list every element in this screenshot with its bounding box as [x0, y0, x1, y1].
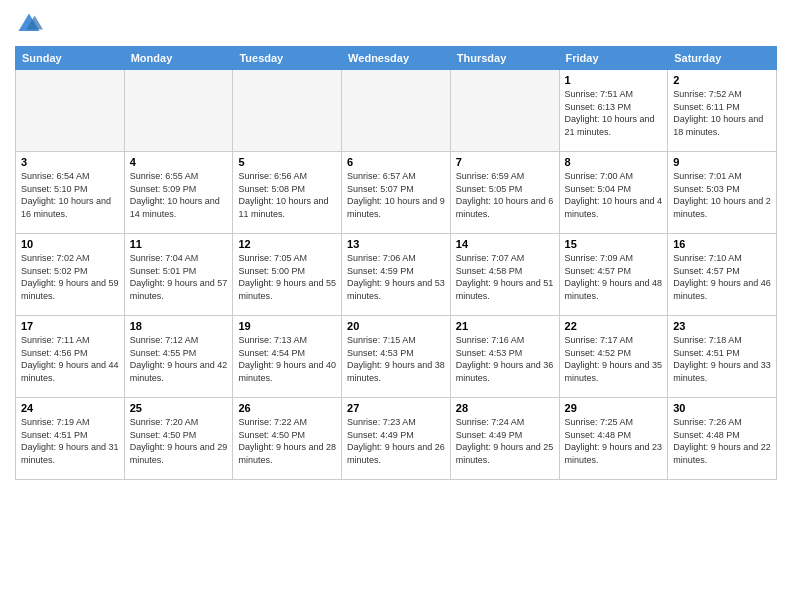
week-row-5: 24Sunrise: 7:19 AMSunset: 4:51 PMDayligh… [16, 398, 777, 480]
day-number: 18 [130, 320, 228, 332]
calendar-cell: 3Sunrise: 6:54 AMSunset: 5:10 PMDaylight… [16, 152, 125, 234]
calendar-cell: 4Sunrise: 6:55 AMSunset: 5:09 PMDaylight… [124, 152, 233, 234]
calendar-cell: 20Sunrise: 7:15 AMSunset: 4:53 PMDayligh… [342, 316, 451, 398]
day-number: 8 [565, 156, 663, 168]
week-row-1: 1Sunrise: 7:51 AMSunset: 6:13 PMDaylight… [16, 70, 777, 152]
day-info: Sunrise: 7:12 AMSunset: 4:55 PMDaylight:… [130, 334, 228, 384]
calendar-cell: 15Sunrise: 7:09 AMSunset: 4:57 PMDayligh… [559, 234, 668, 316]
day-info: Sunrise: 6:55 AMSunset: 5:09 PMDaylight:… [130, 170, 228, 220]
page-container: SundayMondayTuesdayWednesdayThursdayFrid… [0, 0, 792, 490]
day-info: Sunrise: 6:59 AMSunset: 5:05 PMDaylight:… [456, 170, 554, 220]
day-number: 17 [21, 320, 119, 332]
logo-icon [15, 10, 43, 38]
calendar-cell: 6Sunrise: 6:57 AMSunset: 5:07 PMDaylight… [342, 152, 451, 234]
calendar-cell: 28Sunrise: 7:24 AMSunset: 4:49 PMDayligh… [450, 398, 559, 480]
calendar-cell: 25Sunrise: 7:20 AMSunset: 4:50 PMDayligh… [124, 398, 233, 480]
calendar-cell: 18Sunrise: 7:12 AMSunset: 4:55 PMDayligh… [124, 316, 233, 398]
day-info: Sunrise: 7:00 AMSunset: 5:04 PMDaylight:… [565, 170, 663, 220]
day-number: 28 [456, 402, 554, 414]
calendar-table: SundayMondayTuesdayWednesdayThursdayFrid… [15, 46, 777, 480]
calendar-cell: 5Sunrise: 6:56 AMSunset: 5:08 PMDaylight… [233, 152, 342, 234]
day-number: 3 [21, 156, 119, 168]
day-number: 24 [21, 402, 119, 414]
day-number: 27 [347, 402, 445, 414]
calendar-cell: 30Sunrise: 7:26 AMSunset: 4:48 PMDayligh… [668, 398, 777, 480]
calendar-cell [16, 70, 125, 152]
calendar-cell [124, 70, 233, 152]
day-number: 16 [673, 238, 771, 250]
day-number: 23 [673, 320, 771, 332]
calendar-cell: 9Sunrise: 7:01 AMSunset: 5:03 PMDaylight… [668, 152, 777, 234]
week-row-3: 10Sunrise: 7:02 AMSunset: 5:02 PMDayligh… [16, 234, 777, 316]
column-header-friday: Friday [559, 47, 668, 70]
day-info: Sunrise: 7:09 AMSunset: 4:57 PMDaylight:… [565, 252, 663, 302]
calendar-cell: 26Sunrise: 7:22 AMSunset: 4:50 PMDayligh… [233, 398, 342, 480]
day-number: 6 [347, 156, 445, 168]
day-info: Sunrise: 7:24 AMSunset: 4:49 PMDaylight:… [456, 416, 554, 466]
calendar-cell: 16Sunrise: 7:10 AMSunset: 4:57 PMDayligh… [668, 234, 777, 316]
calendar-cell: 13Sunrise: 7:06 AMSunset: 4:59 PMDayligh… [342, 234, 451, 316]
calendar-cell: 24Sunrise: 7:19 AMSunset: 4:51 PMDayligh… [16, 398, 125, 480]
day-number: 22 [565, 320, 663, 332]
day-info: Sunrise: 7:17 AMSunset: 4:52 PMDaylight:… [565, 334, 663, 384]
day-info: Sunrise: 7:20 AMSunset: 4:50 PMDaylight:… [130, 416, 228, 466]
logo [15, 10, 47, 38]
column-header-sunday: Sunday [16, 47, 125, 70]
day-info: Sunrise: 7:04 AMSunset: 5:01 PMDaylight:… [130, 252, 228, 302]
day-info: Sunrise: 7:51 AMSunset: 6:13 PMDaylight:… [565, 88, 663, 138]
day-number: 30 [673, 402, 771, 414]
day-info: Sunrise: 7:07 AMSunset: 4:58 PMDaylight:… [456, 252, 554, 302]
calendar-cell: 2Sunrise: 7:52 AMSunset: 6:11 PMDaylight… [668, 70, 777, 152]
day-info: Sunrise: 6:56 AMSunset: 5:08 PMDaylight:… [238, 170, 336, 220]
day-number: 4 [130, 156, 228, 168]
day-number: 7 [456, 156, 554, 168]
calendar-cell: 11Sunrise: 7:04 AMSunset: 5:01 PMDayligh… [124, 234, 233, 316]
day-number: 14 [456, 238, 554, 250]
day-info: Sunrise: 7:25 AMSunset: 4:48 PMDaylight:… [565, 416, 663, 466]
day-info: Sunrise: 7:18 AMSunset: 4:51 PMDaylight:… [673, 334, 771, 384]
calendar-cell: 17Sunrise: 7:11 AMSunset: 4:56 PMDayligh… [16, 316, 125, 398]
calendar-cell: 8Sunrise: 7:00 AMSunset: 5:04 PMDaylight… [559, 152, 668, 234]
day-info: Sunrise: 7:06 AMSunset: 4:59 PMDaylight:… [347, 252, 445, 302]
day-info: Sunrise: 7:10 AMSunset: 4:57 PMDaylight:… [673, 252, 771, 302]
day-number: 13 [347, 238, 445, 250]
column-header-thursday: Thursday [450, 47, 559, 70]
day-info: Sunrise: 7:26 AMSunset: 4:48 PMDaylight:… [673, 416, 771, 466]
day-info: Sunrise: 7:05 AMSunset: 5:00 PMDaylight:… [238, 252, 336, 302]
day-info: Sunrise: 7:22 AMSunset: 4:50 PMDaylight:… [238, 416, 336, 466]
day-info: Sunrise: 7:01 AMSunset: 5:03 PMDaylight:… [673, 170, 771, 220]
column-header-wednesday: Wednesday [342, 47, 451, 70]
day-number: 29 [565, 402, 663, 414]
calendar-cell: 27Sunrise: 7:23 AMSunset: 4:49 PMDayligh… [342, 398, 451, 480]
week-row-2: 3Sunrise: 6:54 AMSunset: 5:10 PMDaylight… [16, 152, 777, 234]
day-info: Sunrise: 6:57 AMSunset: 5:07 PMDaylight:… [347, 170, 445, 220]
column-header-saturday: Saturday [668, 47, 777, 70]
calendar-cell: 19Sunrise: 7:13 AMSunset: 4:54 PMDayligh… [233, 316, 342, 398]
day-info: Sunrise: 7:02 AMSunset: 5:02 PMDaylight:… [21, 252, 119, 302]
calendar-cell: 21Sunrise: 7:16 AMSunset: 4:53 PMDayligh… [450, 316, 559, 398]
day-info: Sunrise: 7:13 AMSunset: 4:54 PMDaylight:… [238, 334, 336, 384]
day-number: 1 [565, 74, 663, 86]
calendar-cell: 29Sunrise: 7:25 AMSunset: 4:48 PMDayligh… [559, 398, 668, 480]
day-info: Sunrise: 7:16 AMSunset: 4:53 PMDaylight:… [456, 334, 554, 384]
day-number: 15 [565, 238, 663, 250]
calendar-cell: 14Sunrise: 7:07 AMSunset: 4:58 PMDayligh… [450, 234, 559, 316]
day-number: 5 [238, 156, 336, 168]
day-number: 10 [21, 238, 119, 250]
day-info: Sunrise: 7:52 AMSunset: 6:11 PMDaylight:… [673, 88, 771, 138]
day-number: 26 [238, 402, 336, 414]
day-number: 20 [347, 320, 445, 332]
week-row-4: 17Sunrise: 7:11 AMSunset: 4:56 PMDayligh… [16, 316, 777, 398]
day-info: Sunrise: 6:54 AMSunset: 5:10 PMDaylight:… [21, 170, 119, 220]
day-number: 19 [238, 320, 336, 332]
calendar-cell [342, 70, 451, 152]
day-number: 9 [673, 156, 771, 168]
calendar-header-row: SundayMondayTuesdayWednesdayThursdayFrid… [16, 47, 777, 70]
day-info: Sunrise: 7:11 AMSunset: 4:56 PMDaylight:… [21, 334, 119, 384]
calendar-cell: 22Sunrise: 7:17 AMSunset: 4:52 PMDayligh… [559, 316, 668, 398]
column-header-monday: Monday [124, 47, 233, 70]
day-info: Sunrise: 7:19 AMSunset: 4:51 PMDaylight:… [21, 416, 119, 466]
column-header-tuesday: Tuesday [233, 47, 342, 70]
calendar-cell: 1Sunrise: 7:51 AMSunset: 6:13 PMDaylight… [559, 70, 668, 152]
day-info: Sunrise: 7:23 AMSunset: 4:49 PMDaylight:… [347, 416, 445, 466]
